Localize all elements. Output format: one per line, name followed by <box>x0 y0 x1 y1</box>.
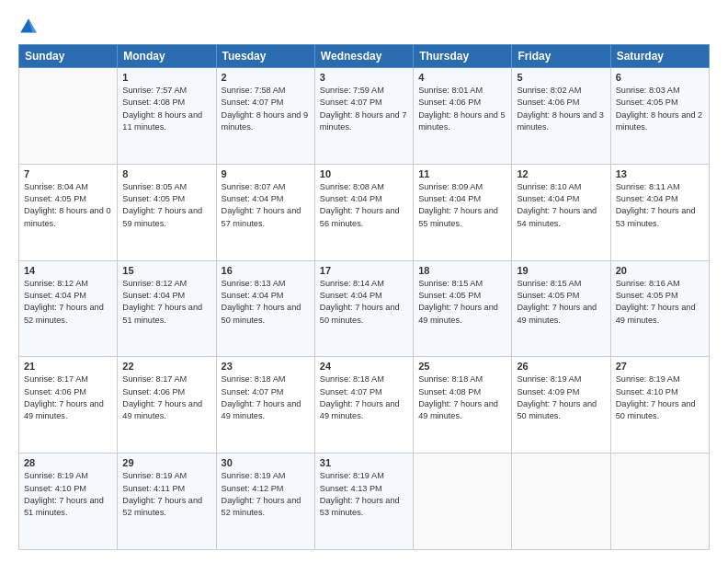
header-saturday: Saturday <box>610 45 709 68</box>
day-info: Sunrise: 8:18 AMSunset: 4:07 PMDaylight:… <box>222 373 310 422</box>
table-row: 26Sunrise: 8:19 AMSunset: 4:09 PMDayligh… <box>512 357 610 454</box>
day-number: 5 <box>517 72 605 83</box>
day-number: 30 <box>222 457 310 468</box>
header-sunday: Sunday <box>19 45 118 68</box>
day-info: Sunrise: 8:19 AMSunset: 4:13 PMDaylight:… <box>320 470 408 519</box>
day-info: Sunrise: 8:19 AMSunset: 4:12 PMDaylight:… <box>222 470 310 519</box>
table-row: 24Sunrise: 8:18 AMSunset: 4:07 PMDayligh… <box>314 357 413 454</box>
day-number: 12 <box>517 168 605 179</box>
day-info: Sunrise: 8:17 AMSunset: 4:06 PMDaylight:… <box>122 373 210 422</box>
table-row: 7Sunrise: 8:04 AMSunset: 4:05 PMDaylight… <box>19 164 118 260</box>
table-row: 9Sunrise: 8:07 AMSunset: 4:04 PMDaylight… <box>216 164 314 260</box>
day-number: 28 <box>24 457 112 468</box>
header-tuesday: Tuesday <box>216 45 314 68</box>
day-info: Sunrise: 8:12 AMSunset: 4:04 PMDaylight:… <box>122 278 210 327</box>
table-row: 20Sunrise: 8:16 AMSunset: 4:05 PMDayligh… <box>610 260 709 357</box>
table-row: 13Sunrise: 8:11 AMSunset: 4:04 PMDayligh… <box>610 164 709 260</box>
table-row: 1Sunrise: 7:57 AMSunset: 4:08 PMDaylight… <box>118 68 216 165</box>
day-info: Sunrise: 8:14 AMSunset: 4:04 PMDaylight:… <box>320 278 408 327</box>
day-info: Sunrise: 8:19 AMSunset: 4:11 PMDaylight:… <box>122 470 210 519</box>
table-row: 6Sunrise: 8:03 AMSunset: 4:05 PMDaylight… <box>610 68 709 165</box>
day-info: Sunrise: 8:01 AMSunset: 4:06 PMDaylight:… <box>418 85 506 133</box>
table-row <box>610 454 709 550</box>
table-row <box>414 454 512 550</box>
page: Sunday Monday Tuesday Wednesday Thursday… <box>0 0 728 563</box>
day-info: Sunrise: 8:10 AMSunset: 4:04 PMDaylight:… <box>517 181 605 230</box>
day-info: Sunrise: 7:59 AMSunset: 4:07 PMDaylight:… <box>320 85 408 133</box>
day-info: Sunrise: 8:04 AMSunset: 4:05 PMDaylight:… <box>24 181 112 230</box>
calendar-table: Sunday Monday Tuesday Wednesday Thursday… <box>18 44 710 550</box>
table-row: 3Sunrise: 7:59 AMSunset: 4:07 PMDaylight… <box>314 68 413 165</box>
day-info: Sunrise: 8:12 AMSunset: 4:04 PMDaylight:… <box>24 278 112 327</box>
day-info: Sunrise: 8:18 AMSunset: 4:07 PMDaylight:… <box>320 373 408 422</box>
day-number: 1 <box>122 72 210 83</box>
day-info: Sunrise: 8:19 AMSunset: 4:10 PMDaylight:… <box>24 470 112 519</box>
table-row: 27Sunrise: 8:19 AMSunset: 4:10 PMDayligh… <box>610 357 709 454</box>
table-row: 14Sunrise: 8:12 AMSunset: 4:04 PMDayligh… <box>19 260 118 357</box>
day-number: 13 <box>616 168 704 179</box>
day-number: 15 <box>122 265 210 276</box>
day-info: Sunrise: 8:13 AMSunset: 4:04 PMDaylight:… <box>222 278 310 327</box>
logo-icon <box>18 17 39 37</box>
day-number: 9 <box>222 168 310 179</box>
table-row: 15Sunrise: 8:12 AMSunset: 4:04 PMDayligh… <box>118 260 216 357</box>
table-row: 18Sunrise: 8:15 AMSunset: 4:05 PMDayligh… <box>414 260 512 357</box>
day-info: Sunrise: 8:16 AMSunset: 4:05 PMDaylight:… <box>616 278 704 327</box>
day-number: 22 <box>122 361 210 372</box>
table-row: 10Sunrise: 8:08 AMSunset: 4:04 PMDayligh… <box>314 164 413 260</box>
header-friday: Friday <box>512 45 610 68</box>
day-number: 27 <box>616 361 704 372</box>
day-number: 11 <box>418 168 506 179</box>
table-row: 29Sunrise: 8:19 AMSunset: 4:11 PMDayligh… <box>118 454 216 550</box>
table-row: 17Sunrise: 8:14 AMSunset: 4:04 PMDayligh… <box>314 260 413 357</box>
table-row: 5Sunrise: 8:02 AMSunset: 4:06 PMDaylight… <box>512 68 610 165</box>
day-info: Sunrise: 8:11 AMSunset: 4:04 PMDaylight:… <box>616 181 704 230</box>
table-row: 31Sunrise: 8:19 AMSunset: 4:13 PMDayligh… <box>314 454 413 550</box>
day-number: 23 <box>222 361 310 372</box>
table-row: 8Sunrise: 8:05 AMSunset: 4:05 PMDaylight… <box>118 164 216 260</box>
table-row <box>19 68 118 165</box>
table-row: 4Sunrise: 8:01 AMSunset: 4:06 PMDaylight… <box>414 68 512 165</box>
day-number: 24 <box>320 361 408 372</box>
day-info: Sunrise: 8:19 AMSunset: 4:09 PMDaylight:… <box>517 373 605 422</box>
table-row: 25Sunrise: 8:18 AMSunset: 4:08 PMDayligh… <box>414 357 512 454</box>
table-row: 11Sunrise: 8:09 AMSunset: 4:04 PMDayligh… <box>414 164 512 260</box>
day-number: 18 <box>418 265 506 276</box>
day-info: Sunrise: 8:07 AMSunset: 4:04 PMDaylight:… <box>222 181 310 230</box>
table-row: 19Sunrise: 8:15 AMSunset: 4:05 PMDayligh… <box>512 260 610 357</box>
day-info: Sunrise: 8:02 AMSunset: 4:06 PMDaylight:… <box>517 85 605 133</box>
day-number: 20 <box>616 265 704 276</box>
table-row: 23Sunrise: 8:18 AMSunset: 4:07 PMDayligh… <box>216 357 314 454</box>
day-info: Sunrise: 8:18 AMSunset: 4:08 PMDaylight:… <box>418 373 506 422</box>
day-info: Sunrise: 8:09 AMSunset: 4:04 PMDaylight:… <box>418 181 506 230</box>
table-row: 22Sunrise: 8:17 AMSunset: 4:06 PMDayligh… <box>118 357 216 454</box>
day-number: 19 <box>517 265 605 276</box>
day-number: 21 <box>24 361 112 372</box>
day-number: 10 <box>320 168 408 179</box>
day-number: 14 <box>24 265 112 276</box>
day-info: Sunrise: 8:15 AMSunset: 4:05 PMDaylight:… <box>418 278 506 327</box>
day-info: Sunrise: 8:15 AMSunset: 4:05 PMDaylight:… <box>517 278 605 327</box>
day-number: 6 <box>616 72 704 83</box>
logo <box>18 17 42 37</box>
table-row: 2Sunrise: 7:58 AMSunset: 4:07 PMDaylight… <box>216 68 314 165</box>
day-number: 25 <box>418 361 506 372</box>
day-info: Sunrise: 8:08 AMSunset: 4:04 PMDaylight:… <box>320 181 408 230</box>
header-wednesday: Wednesday <box>314 45 413 68</box>
day-info: Sunrise: 7:58 AMSunset: 4:07 PMDaylight:… <box>222 85 310 133</box>
day-number: 17 <box>320 265 408 276</box>
day-number: 2 <box>222 72 310 83</box>
header <box>18 17 710 37</box>
day-info: Sunrise: 8:19 AMSunset: 4:10 PMDaylight:… <box>616 373 704 422</box>
table-row: 28Sunrise: 8:19 AMSunset: 4:10 PMDayligh… <box>19 454 118 550</box>
day-number: 29 <box>122 457 210 468</box>
day-info: Sunrise: 8:03 AMSunset: 4:05 PMDaylight:… <box>616 85 704 133</box>
day-number: 3 <box>320 72 408 83</box>
table-row: 21Sunrise: 8:17 AMSunset: 4:06 PMDayligh… <box>19 357 118 454</box>
day-number: 26 <box>517 361 605 372</box>
table-row: 12Sunrise: 8:10 AMSunset: 4:04 PMDayligh… <box>512 164 610 260</box>
table-row: 16Sunrise: 8:13 AMSunset: 4:04 PMDayligh… <box>216 260 314 357</box>
day-info: Sunrise: 8:05 AMSunset: 4:05 PMDaylight:… <box>122 181 210 230</box>
day-number: 16 <box>222 265 310 276</box>
header-monday: Monday <box>118 45 216 68</box>
